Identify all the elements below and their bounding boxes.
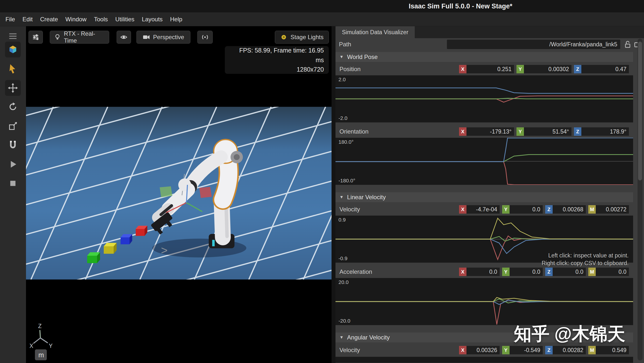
collapse-triangle-icon[interactable]: ▼ [340, 335, 344, 340]
panel-splitter[interactable] [332, 26, 336, 363]
menu-window[interactable]: Window [65, 16, 86, 23]
chart-ymax-label: 20.0 [338, 279, 348, 285]
z-badge: Z [545, 346, 553, 354]
position-chart[interactable]: 2.0 -2.0 [336, 75, 633, 122]
section-linear-velocity[interactable]: ▼ Linear Velocity [336, 192, 633, 202]
orientation-row: Orientation X-179.13° Y51.54° Z178.9° [336, 126, 644, 137]
camera-icon [142, 34, 150, 41]
camera-button[interactable]: Perspective [136, 31, 190, 44]
velocity-label: Velocity [340, 206, 456, 213]
menu-file[interactable]: File [6, 16, 15, 23]
acceleration-chart[interactable]: 20.0 -20.0 [336, 278, 633, 325]
acceleration-m-value[interactable]: 0.0 [596, 268, 629, 276]
renderer-button[interactable]: RTX - Real-Time [50, 31, 109, 44]
move-tool-icon[interactable] [5, 80, 21, 96]
sliders-icon [32, 34, 39, 41]
tooltip-line: Right click: copy CSV to clipboard. [542, 259, 629, 267]
simulation-data-panel: Simulation Data Visualizer Path /World/F… [336, 26, 644, 363]
acceleration-label: Acceleration [340, 268, 456, 275]
chart-ymin-label: -0.9 [338, 255, 348, 261]
section-title: Angular Velocity [347, 334, 390, 341]
y-badge: Y [516, 65, 524, 73]
menu-bar: File Edit Create Window Tools Utilities … [0, 13, 644, 26]
position-row: Position X0.251 Y0.00302 Z0.47 [336, 64, 644, 74]
visibility-button[interactable] [116, 31, 131, 44]
angular-velocity-m-value[interactable]: 0.549 [596, 346, 629, 354]
linear-velocity-chart[interactable]: 0.9 -0.9 Left click: inspect value at po… [336, 216, 633, 263]
velocity-z-value[interactable]: 0.00268 [553, 205, 586, 214]
section-title: World Pose [347, 54, 378, 61]
angular-velocity-chart[interactable] [336, 357, 633, 363]
position-y-value[interactable]: 0.00302 [524, 65, 572, 73]
orientation-x-value[interactable]: -179.13° [466, 127, 514, 136]
stop-button[interactable] [5, 175, 21, 191]
velocity-x-value[interactable]: -4.7e-04 [466, 205, 500, 214]
velocity-m-value[interactable]: 0.00272 [596, 205, 629, 214]
chart-ymax-label: 180.0° [338, 139, 354, 145]
menu-utilities[interactable]: Utilities [115, 16, 134, 23]
menu-layouts[interactable]: Layouts [142, 16, 163, 23]
scale-tool-icon[interactable] [5, 118, 21, 134]
m-badge: M [588, 346, 596, 354]
menu-create[interactable]: Create [40, 16, 58, 23]
y-badge: Y [516, 127, 524, 136]
nav-chevron[interactable]: > [161, 244, 168, 257]
renderer-label: RTX - Real-Time [64, 30, 105, 44]
select-mode-cube-icon[interactable] [5, 42, 21, 58]
axis-x-label: X [30, 343, 33, 349]
viewport-settings-button[interactable] [28, 31, 43, 44]
angular-velocity-z-value[interactable]: 0.00282 [553, 346, 586, 354]
menu-help[interactable]: Help [170, 16, 182, 23]
stage-light-icon [280, 34, 288, 41]
y-badge: Y [502, 346, 510, 354]
menu-edit[interactable]: Edit [22, 16, 33, 23]
lock-icon[interactable] [623, 40, 632, 49]
y-badge: Y [502, 205, 510, 214]
viewport-toolbar: RTX - Real-Time Perspective Stage Lights [26, 31, 332, 44]
acceleration-y-value[interactable]: 0.0 [510, 268, 543, 276]
linear-velocity-row: Velocity X-4.7e-04 Y0.0 Z0.00268 M0.0027… [336, 204, 644, 215]
collapse-triangle-icon[interactable]: ▼ [340, 195, 344, 200]
fps-line: FPS: 58.99, Frame time: 16.95 ms [230, 46, 324, 65]
angular-velocity-label: Velocity [340, 347, 456, 353]
x-badge: X [459, 268, 466, 276]
chart-ymin-label: -180.0° [338, 178, 355, 184]
z-badge: Z [574, 127, 581, 136]
broadcast-button[interactable] [197, 31, 213, 44]
orientation-chart[interactable]: 180.0° -180.0° [336, 138, 633, 185]
z-badge: Z [545, 268, 553, 276]
position-x-value[interactable]: 0.251 [466, 65, 514, 73]
chart-ymin-label: -2.0 [338, 115, 348, 121]
resolution-line: 1280x720 [230, 65, 324, 74]
velocity-y-value[interactable]: 0.0 [510, 205, 543, 214]
eye-icon [120, 34, 128, 41]
collapse-triangle-icon[interactable]: ▼ [340, 55, 344, 60]
stage-lights-button[interactable]: Stage Lights [275, 31, 329, 44]
scrollbar-thumb[interactable] [638, 42, 642, 180]
orientation-z-value[interactable]: 178.9° [581, 127, 629, 136]
acceleration-z-value[interactable]: 0.0 [553, 268, 586, 276]
angular-velocity-y-value[interactable]: -0.549 [510, 346, 543, 354]
path-label: Path [339, 41, 351, 48]
select-cursor-icon[interactable] [5, 61, 21, 77]
position-label: Position [340, 66, 456, 73]
snap-magnet-icon[interactable] [5, 137, 21, 153]
path-row: Path /World/Franka/panda_link5 [336, 38, 644, 51]
acceleration-x-value[interactable]: 0.0 [466, 268, 500, 276]
menu-tools[interactable]: Tools [94, 16, 108, 23]
rotate-tool-icon[interactable] [5, 99, 21, 115]
chart-ymax-label: 0.9 [338, 217, 346, 223]
position-z-value[interactable]: 0.47 [581, 65, 629, 73]
viewport-3d[interactable]: > Z X Y m RTX - Real-Time Perspective [26, 26, 332, 363]
acceleration-row: Acceleration X0.0 Y0.0 Z0.0 M0.0 [336, 267, 644, 277]
panel-scrollbar[interactable] [638, 39, 642, 360]
watermark: 知乎 @木锦天 [505, 322, 634, 346]
tab-simulation-data-visualizer[interactable]: Simulation Data Visualizer [336, 26, 415, 38]
orientation-y-value[interactable]: 51.54° [524, 127, 572, 136]
angular-velocity-x-value[interactable]: 0.00326 [466, 346, 500, 354]
scene-canvas: > Z X Y m [26, 26, 332, 363]
section-world-pose[interactable]: ▼ World Pose [336, 52, 633, 62]
play-button[interactable] [5, 156, 21, 172]
axis-z-label: Z [38, 323, 42, 329]
path-input[interactable]: /World/Franka/panda_link5 [447, 40, 620, 49]
